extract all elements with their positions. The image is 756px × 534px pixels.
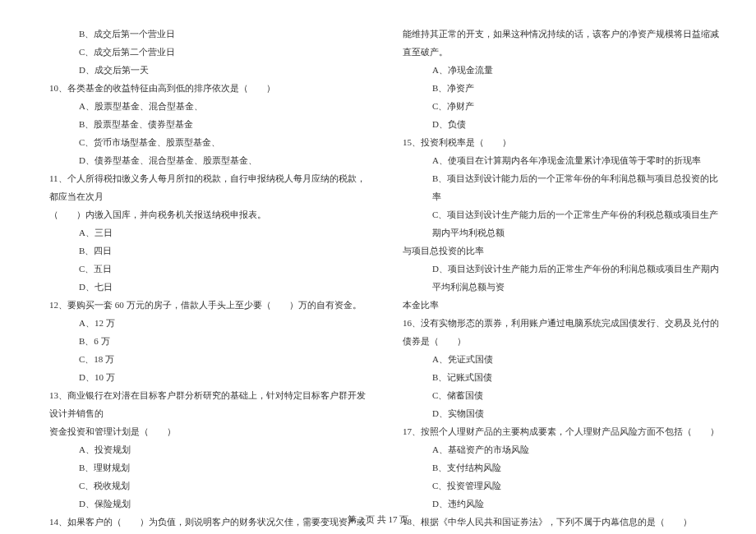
q14-option-d: D、负债 bbox=[403, 115, 723, 133]
q16-option-a: A、凭证式国债 bbox=[403, 350, 723, 368]
q11-option-d: D、七日 bbox=[49, 278, 370, 296]
option-b: B、成交后第一个营业日 bbox=[49, 25, 370, 43]
q13-option-a: A、投资规划 bbox=[49, 440, 370, 458]
q14-option-b: B、净资产 bbox=[403, 79, 723, 97]
q16-option-c: C、储蓄国债 bbox=[403, 386, 723, 404]
q15-option-d-cont: 本金比率 bbox=[403, 296, 723, 314]
question-15: 15、投资利税率是（ ） bbox=[403, 133, 723, 151]
q10-option-a: A、股票型基金、混合型基金、 bbox=[49, 97, 370, 115]
q13-option-b: B、理财规划 bbox=[49, 458, 370, 476]
left-column: B、成交后第一个营业日 C、成交后第二个营业日 D、成交后第一天 10、各类基金… bbox=[49, 25, 386, 509]
right-column: 能维持其正常的开支，如果这种情况持续的话，该客户的净资产规模将日益缩减直至破产。… bbox=[386, 25, 723, 509]
question-13-cont: 资金投资和管理计划是（ ） bbox=[49, 422, 370, 440]
page-footer: 第 2 页 共 17 页 bbox=[0, 513, 756, 526]
q17-option-a: A、基础资产的市场风险 bbox=[403, 440, 723, 458]
q12-option-d: D、10 万 bbox=[49, 368, 370, 386]
q15-option-d: D、项目达到设计生产能力后的正常生产年份的利润总额或项目生产期内平均利润总额与资 bbox=[403, 260, 723, 296]
question-10: 10、各类基金的收益特征由高到低的排序依次是（ ） bbox=[49, 79, 370, 97]
q16-option-b: B、记账式国债 bbox=[403, 368, 723, 386]
q12-option-c: C、18 万 bbox=[49, 350, 370, 368]
option-c: C、成交后第二个营业日 bbox=[49, 43, 370, 61]
q13-option-c: C、税收规划 bbox=[49, 476, 370, 495]
question-14-cont: 能维持其正常的开支，如果这种情况持续的话，该客户的净资产规模将日益缩减直至破产。 bbox=[403, 25, 723, 61]
q10-option-c: C、货币市场型基金、股票型基金、 bbox=[49, 133, 370, 151]
q17-option-c: C、投资管理风险 bbox=[403, 476, 723, 495]
q10-option-b: B、股票型基金、债券型基金 bbox=[49, 115, 370, 133]
q10-option-d: D、债券型基金、混合型基金、股票型基金、 bbox=[49, 151, 370, 169]
q11-option-c: C、五日 bbox=[49, 260, 370, 278]
q13-option-d: D、保险规划 bbox=[49, 495, 370, 513]
q11-option-b: B、四日 bbox=[49, 242, 370, 260]
q17-option-b: B、支付结构风险 bbox=[403, 458, 723, 476]
q11-option-a: A、三日 bbox=[49, 223, 370, 242]
question-12: 12、要购买一套 60 万元的房子，借款人手头上至少要（ ）万的自有资金。 bbox=[49, 296, 370, 314]
q15-option-b: B、项目达到设计能力后的一个正常年份的年利润总额与项目总投资的比率 bbox=[403, 169, 723, 205]
q15-option-a: A、使项目在计算期内各年净现金流量累计净现值等于零时的折现率 bbox=[403, 151, 723, 169]
q18-option-a: A、公司债务担保的重大变化 bbox=[403, 531, 723, 534]
question-16: 16、没有实物形态的票券，利用账户通过电脑系统完成国债发行、交易及兑付的债券是（… bbox=[403, 314, 723, 350]
q15-option-c: C、项目达到设计生产能力后的一个正常生产年份的利税总额或项目生产期内平均利税总额 bbox=[403, 205, 723, 242]
question-11: 11、个人所得税扣缴义务人每月所扣的税款，自行申报纳税人每月应纳的税款，都应当在… bbox=[49, 169, 370, 205]
q14-option-a: A、净现金流量 bbox=[403, 61, 723, 79]
q12-option-a: A、12 万 bbox=[49, 314, 370, 332]
q12-option-b: B、6 万 bbox=[49, 332, 370, 350]
q15-option-c-cont: 与项目总投资的比率 bbox=[403, 242, 723, 260]
question-13: 13、商业银行在对潜在目标客户群分析研究的基础上，针对特定目标客户群开发设计并销… bbox=[49, 386, 370, 422]
question-11-cont: （ ）内缴入国库，并向税务机关报送纳税申报表。 bbox=[49, 205, 370, 223]
q16-option-d: D、实物国债 bbox=[403, 404, 723, 422]
option-d: D、成交后第一天 bbox=[49, 61, 370, 79]
q17-option-d: D、违约风险 bbox=[403, 495, 723, 513]
question-17: 17、按照个人理财产品的主要构成要素，个人理财产品风险方面不包括（ ） bbox=[403, 422, 723, 440]
q14-option-c: C、净财产 bbox=[403, 97, 723, 115]
